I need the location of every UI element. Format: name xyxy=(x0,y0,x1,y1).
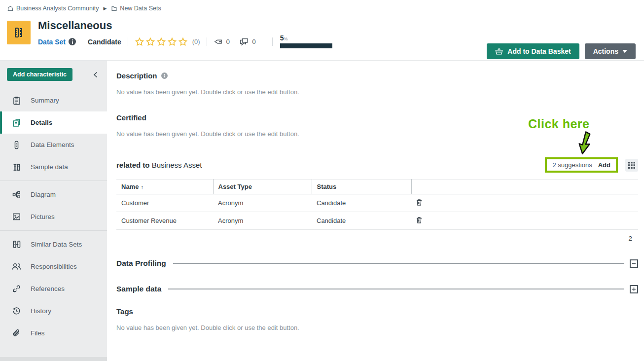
certified-title: Certified xyxy=(116,113,146,122)
breadcrumb-domain[interactable]: New Data Sets xyxy=(111,5,161,12)
suggestions-add-button[interactable]: Add xyxy=(598,161,610,169)
sidebar-item-label: Data Elements xyxy=(31,141,74,148)
column-header-asset-type[interactable]: Asset Type xyxy=(213,180,312,194)
sidebar-item-history[interactable]: History xyxy=(0,300,107,322)
breadcrumb: Business Analysts Community ▶ New Data S… xyxy=(0,0,644,17)
sidebar-item-label: Files xyxy=(31,329,45,337)
tags-placeholder[interactable]: No value has been given yet. Double clic… xyxy=(116,324,638,331)
grid-icon xyxy=(628,162,635,169)
sidebar-item-label: Details xyxy=(31,119,52,126)
sidebar-item-data-elements[interactable]: Data Elements xyxy=(0,134,107,156)
sidebar-item-summary[interactable]: Summary xyxy=(0,89,107,111)
similar-columns-icon xyxy=(12,240,21,249)
cell-asset-type: Acronym xyxy=(213,194,312,212)
row-count: 2 xyxy=(116,235,638,242)
picture-icon xyxy=(12,213,21,221)
chevron-left-icon xyxy=(93,72,98,78)
sidebar-item-label: Sample data xyxy=(31,163,68,171)
certified-section: Certified No value has been given yet. D… xyxy=(116,113,638,138)
divider xyxy=(207,37,207,46)
expand-section-button[interactable] xyxy=(630,285,638,293)
people-icon xyxy=(12,263,21,270)
sidebar-item-pictures[interactable]: Pictures xyxy=(0,206,107,228)
trash-icon xyxy=(416,199,422,206)
column-header-name[interactable]: Name↑ xyxy=(116,180,213,194)
comment-count: 0 xyxy=(252,38,256,45)
section-rule xyxy=(168,289,624,289)
sidebar-item-sample-data[interactable]: Sample data xyxy=(0,156,107,178)
sidebar: Add characteristic Summary xyxy=(0,61,107,361)
sidebar-item-diagram[interactable]: Diagram xyxy=(0,183,107,206)
sidebar-item-similar-data-sets[interactable]: Similar Data Sets xyxy=(0,233,107,255)
cell-name: Customer Revenue xyxy=(116,212,213,230)
suggestions-box[interactable]: 2 suggestions Add xyxy=(545,157,618,173)
basket-icon xyxy=(495,48,503,55)
collapse-section-button[interactable] xyxy=(630,259,638,268)
sidebar-item-files[interactable]: Files xyxy=(0,322,107,344)
progress-unit: % xyxy=(284,36,287,41)
column-header-status[interactable]: Status xyxy=(312,180,411,194)
collapse-sidebar-button[interactable] xyxy=(92,71,99,79)
star-icon[interactable] xyxy=(145,37,155,47)
tag-icon xyxy=(214,38,223,45)
sidebar-item-label: Diagram xyxy=(31,191,56,198)
comments-counter[interactable]: 0 xyxy=(240,37,256,46)
sample-data-section-header: Sample data xyxy=(116,285,638,293)
sidebar-item-details[interactable]: Details xyxy=(0,111,107,134)
tags-title: Tags xyxy=(116,307,133,316)
star-icon[interactable] xyxy=(156,37,166,47)
paperclip-icon xyxy=(12,329,21,337)
add-to-data-basket-button[interactable]: Add to Data Basket xyxy=(487,43,579,59)
divider xyxy=(272,37,273,46)
sidebar-item-references[interactable]: References xyxy=(0,278,107,300)
related-assets-table: Name↑ Asset Type Status Customer Acronym… xyxy=(116,179,638,230)
data-profiling-section-header: Data Profiling xyxy=(116,259,638,268)
star-icon[interactable] xyxy=(135,37,144,47)
trash-icon xyxy=(416,217,422,223)
actions-label: Actions xyxy=(593,47,618,55)
star-icon[interactable] xyxy=(167,37,177,47)
documents-icon xyxy=(12,118,21,127)
info-icon[interactable] xyxy=(161,72,168,79)
delete-relation-button[interactable] xyxy=(416,217,422,223)
sidebar-divider xyxy=(0,180,107,181)
add-to-data-basket-label: Add to Data Basket xyxy=(507,47,571,55)
sidebar-item-label: Responsibilities xyxy=(31,263,77,270)
breadcrumb-community[interactable]: Business Analysts Community xyxy=(7,5,99,12)
sidebar-item-label: Similar Data Sets xyxy=(31,241,82,248)
star-icon[interactable] xyxy=(178,37,188,47)
data-profiling-title: Data Profiling xyxy=(116,259,166,268)
relation-title: related to Business Asset xyxy=(116,161,202,169)
add-characteristic-button[interactable]: Add characteristic xyxy=(7,68,72,81)
domain-icon xyxy=(111,5,117,12)
table-settings-button[interactable] xyxy=(625,159,638,172)
caret-down-icon xyxy=(622,50,627,53)
delete-relation-button[interactable] xyxy=(416,199,422,206)
cell-name: Customer xyxy=(116,194,213,212)
progress-bar xyxy=(280,43,332,48)
link-icon xyxy=(12,285,21,293)
clipboard-icon xyxy=(12,96,21,105)
breadcrumb-separator-icon: ▶ xyxy=(103,6,107,11)
actions-button[interactable]: Actions xyxy=(585,43,636,59)
rating-count: (0) xyxy=(192,38,200,45)
description-title: Description xyxy=(116,72,157,80)
certified-placeholder[interactable]: No value has been given yet. Double clic… xyxy=(116,130,638,138)
sidebar-item-label: History xyxy=(31,307,51,315)
sample-data-title: Sample data xyxy=(116,285,161,293)
column-icon xyxy=(12,141,21,149)
tags-counter[interactable]: 0 xyxy=(214,38,230,45)
info-icon[interactable] xyxy=(69,38,76,45)
dataset-icon xyxy=(7,21,31,44)
rating-stars[interactable]: (0) xyxy=(135,37,200,47)
asset-type-link[interactable]: Data Set xyxy=(38,38,66,46)
minus-square-icon xyxy=(632,261,636,266)
cell-status: Candidate xyxy=(312,212,411,230)
comments-icon xyxy=(240,37,249,46)
table-row[interactable]: Customer Revenue Acronym Candidate xyxy=(116,212,638,230)
suggestions-count[interactable]: 2 suggestions xyxy=(552,161,592,169)
table-row[interactable]: Customer Acronym Candidate xyxy=(116,194,638,212)
description-placeholder[interactable]: No value has been given yet. Double clic… xyxy=(116,88,638,96)
sidebar-item-responsibilities[interactable]: Responsibilities xyxy=(0,255,107,278)
community-icon xyxy=(7,5,14,12)
